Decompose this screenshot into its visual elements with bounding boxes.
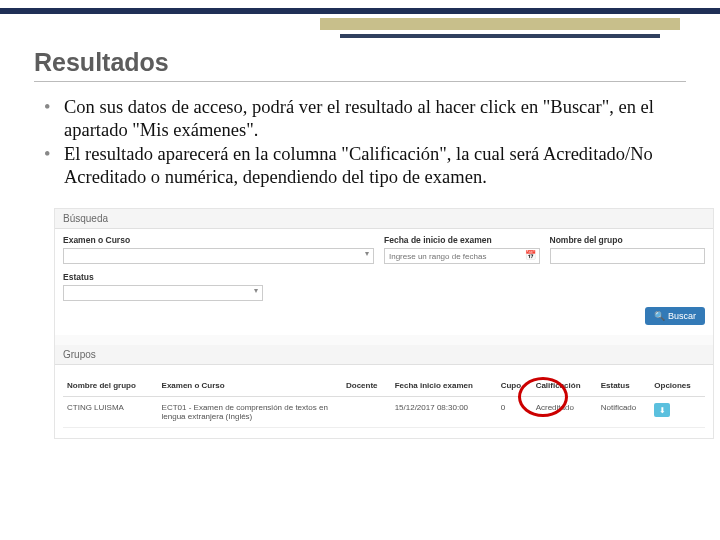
chevron-down-icon: ▾ <box>365 249 369 258</box>
examen-select[interactable]: ▾ <box>63 248 374 264</box>
option-button[interactable]: ⬇ <box>654 403 670 417</box>
col-docente: Docente <box>342 375 391 397</box>
fecha-input[interactable] <box>384 248 540 264</box>
col-examen: Examen o Curso <box>158 375 342 397</box>
cell-examen: ECT01 - Examen de comprensión de textos … <box>158 397 342 428</box>
col-cupo: Cupo <box>497 375 532 397</box>
label-grupo: Nombre del grupo <box>550 235 706 245</box>
cell-docente <box>342 397 391 428</box>
col-opciones: Opciones <box>650 375 705 397</box>
cell-calif: Acreditado <box>532 397 597 428</box>
label-fecha: Fecha de inicio de examen <box>384 235 540 245</box>
page-title: Resultados <box>34 48 686 82</box>
label-estatus: Estatus <box>63 272 263 282</box>
buscar-button[interactable]: 🔍 Buscar <box>645 307 705 325</box>
label-examen: Examen o Curso <box>63 235 374 245</box>
grupos-panel-heading: Grupos <box>55 345 713 365</box>
download-icon: ⬇ <box>659 406 666 415</box>
bullet-item: El resultado aparecerá en la columna "Ca… <box>64 143 686 188</box>
estatus-select[interactable]: ▾ <box>63 285 263 301</box>
col-estatus: Estatus <box>597 375 651 397</box>
table-row: CTING LUISMA ECT01 - Examen de comprensi… <box>63 397 705 428</box>
cell-nombre: CTING LUISMA <box>63 397 158 428</box>
cell-opciones: ⬇ <box>650 397 705 428</box>
bullet-list: Con sus datos de acceso, podrá ver el re… <box>34 96 686 188</box>
search-panel-heading: Búsqueda <box>55 209 713 229</box>
chevron-down-icon: ▾ <box>254 286 258 295</box>
grupo-input[interactable] <box>550 248 706 264</box>
table-header-row: Nombre del grupo Examen o Curso Docente … <box>63 375 705 397</box>
calendar-icon: 📅 <box>525 250 536 260</box>
grupos-table: Nombre del grupo Examen o Curso Docente … <box>63 375 705 428</box>
buscar-label: Buscar <box>668 311 696 321</box>
col-fecha: Fecha inicio examen <box>391 375 497 397</box>
embedded-screenshot: Búsqueda Examen o Curso ▾ Fecha de inici… <box>54 208 714 439</box>
cell-fecha: 15/12/2017 08:30:00 <box>391 397 497 428</box>
bullet-item: Con sus datos de acceso, podrá ver el re… <box>64 96 686 141</box>
search-icon: 🔍 <box>654 311 665 321</box>
cell-cupo: 0 <box>497 397 532 428</box>
cell-estatus: Notificado <box>597 397 651 428</box>
col-nombre: Nombre del grupo <box>63 375 158 397</box>
decorative-top-bars <box>0 0 720 40</box>
col-calif: Calificación <box>532 375 597 397</box>
